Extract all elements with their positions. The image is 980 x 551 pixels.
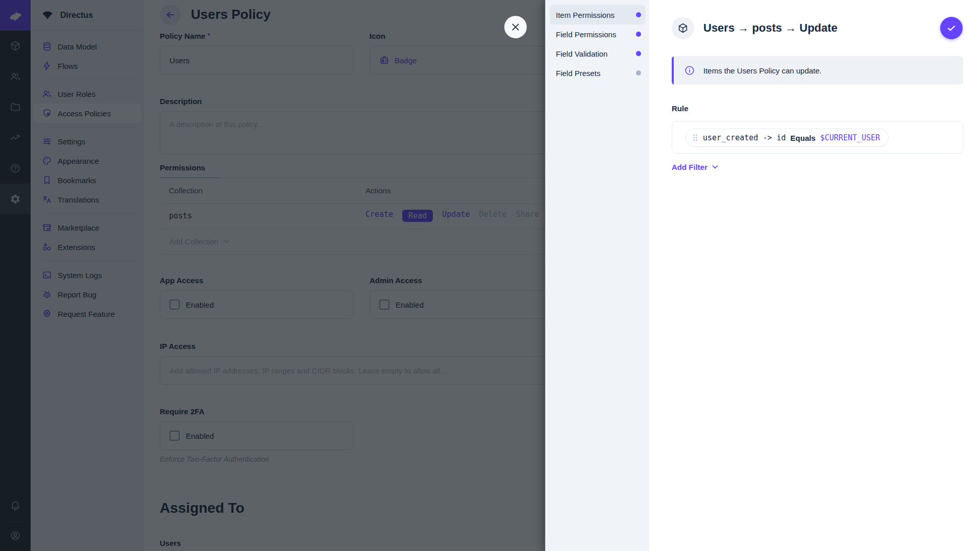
modal-overlay[interactable] [0,0,545,551]
add-filter-button[interactable]: Add Filter [672,162,720,171]
status-dot [636,12,641,17]
tab-label: Field Presets [556,69,601,78]
tab-field-permissions[interactable]: Field Permissions [550,24,645,44]
cube-icon [677,22,689,34]
rule-label: Rule [672,104,689,113]
tab-label: Field Validation [556,49,607,58]
info-banner: Items the Users Policy can update. [672,56,963,85]
banner-accent-stripe [672,56,674,85]
tab-label: Item Permissions [556,11,615,19]
tab-field-presets[interactable]: Field Presets [550,63,645,83]
filter-value[interactable]: $CURRENT_USER [820,133,880,142]
filter-pill[interactable]: user_created -> id Equals $CURRENT_USER [685,129,889,147]
filter-operator[interactable]: Equals [791,134,816,142]
add-filter-label: Add Filter [672,163,707,171]
chevron-down-icon [710,162,720,171]
permissions-editor: Item Permissions Field Permissions Field… [545,0,980,551]
drag-handle-icon [692,134,698,142]
tab-item-permissions[interactable]: Item Permissions [550,5,645,24]
status-dot [636,32,641,37]
permissions-tab-rail: Item Permissions Field Permissions Field… [545,0,649,551]
drawer-title: Users → posts → Update [703,21,940,35]
save-button[interactable] [940,17,963,39]
status-dot [636,51,641,56]
tab-field-validation[interactable]: Field Validation [550,44,645,63]
filter-field[interactable]: user_created -> id [703,133,786,142]
drawer-icon-circle [672,17,694,39]
info-banner-text: Items the Users Policy can update. [703,66,822,75]
drawer-header: Users → posts → Update [672,16,963,40]
permission-drawer: Users → posts → Update Items the Users P… [649,0,980,551]
tab-label: Field Permissions [556,30,616,39]
close-icon [510,21,521,33]
status-dot [636,70,641,76]
rule-box: user_created -> id Equals $CURRENT_USER [672,121,963,154]
check-icon [946,22,957,34]
drawer-close-button[interactable] [504,16,527,38]
info-icon [684,65,695,76]
